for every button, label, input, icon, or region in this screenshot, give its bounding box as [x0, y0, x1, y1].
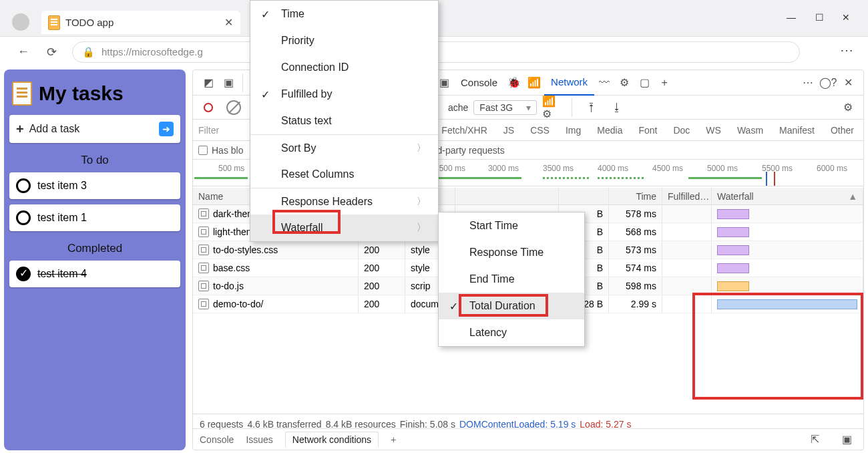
- filter-ws[interactable]: WS: [702, 124, 725, 136]
- record-icon[interactable]: [198, 98, 218, 118]
- window-maximize-icon[interactable]: ☐: [808, 12, 831, 29]
- task-item[interactable]: test item 3: [9, 172, 180, 199]
- app-pane: My tasks + Add a task ➜ To do test item …: [4, 69, 186, 450]
- lock-icon: 🔒: [82, 46, 95, 58]
- menu-time[interactable]: ✓Time: [250, 1, 438, 27]
- submit-icon[interactable]: ➜: [159, 122, 174, 136]
- drawer: Console Issues Network conditions + ⇱ ▣: [193, 428, 863, 450]
- task-item[interactable]: test item 1: [9, 204, 180, 231]
- tab-favicon: [48, 15, 60, 30]
- download-icon[interactable]: ⭳: [607, 98, 627, 118]
- filter-wasm[interactable]: Wasm: [733, 124, 767, 136]
- tab-title: TODO app: [65, 17, 223, 28]
- wifi-icon: 📶: [524, 73, 544, 93]
- filter-input[interactable]: Filter: [198, 125, 230, 136]
- device-icon[interactable]: ▣: [218, 73, 238, 93]
- col-size[interactable]: [559, 188, 609, 205]
- more-icon[interactable]: ⋯: [798, 73, 818, 93]
- drawer-add-icon[interactable]: +: [391, 434, 396, 445]
- network-settings-icon[interactable]: ⚙: [838, 98, 858, 118]
- filter-media[interactable]: Media: [593, 124, 626, 136]
- help-icon[interactable]: ◯?: [818, 73, 838, 93]
- submenu-response-time[interactable]: Response Time: [439, 239, 584, 266]
- settings-gear-icon[interactable]: ⚙: [614, 73, 634, 93]
- performance-icon[interactable]: 〰: [594, 73, 614, 93]
- filter-font[interactable]: Font: [634, 124, 661, 136]
- submenu-end-time[interactable]: End Time: [439, 266, 584, 293]
- header-context-menu[interactable]: ✓Time Priority Connection ID ✓Fulfilled …: [250, 0, 439, 242]
- waterfall-submenu[interactable]: Start Time Response Time End Time ✓Total…: [438, 212, 585, 347]
- submenu-start-time[interactable]: Start Time: [439, 212, 584, 239]
- profile-avatar[interactable]: [12, 13, 29, 31]
- checkbox-icon[interactable]: [16, 210, 31, 225]
- file-icon: [198, 299, 209, 309]
- cache-label: ache: [448, 102, 468, 113]
- menu-response-headers[interactable]: Response Headers〉: [250, 188, 438, 214]
- menu-priority[interactable]: Priority: [250, 27, 438, 54]
- file-icon: [198, 281, 209, 291]
- col-time[interactable]: Time: [609, 188, 662, 205]
- browser-menu-icon[interactable]: ⋯: [840, 42, 853, 58]
- filter-fetch[interactable]: Fetch/XHR: [437, 124, 491, 136]
- filter-manifest[interactable]: Manifest: [775, 124, 819, 136]
- file-icon: [198, 245, 209, 255]
- add-task-label: Add a task: [29, 123, 80, 135]
- drawer-console[interactable]: Console: [200, 434, 234, 445]
- col-fulfilled[interactable]: Fulfilled…: [662, 188, 712, 205]
- section-todo: To do: [9, 154, 180, 167]
- window-close-icon[interactable]: ✕: [835, 12, 857, 29]
- upload-icon[interactable]: ⭱: [582, 98, 602, 118]
- tab-close-icon[interactable]: ✕: [223, 16, 234, 29]
- menu-waterfall[interactable]: Waterfall〉: [250, 214, 438, 241]
- menu-reset-columns[interactable]: Reset Columns: [250, 161, 438, 188]
- window-minimize-icon[interactable]: —: [780, 12, 803, 29]
- app-icon[interactable]: ▢: [634, 73, 654, 93]
- menu-connection-id[interactable]: Connection ID: [250, 54, 438, 81]
- drawer-issues[interactable]: Issues: [246, 434, 272, 445]
- filter-js[interactable]: JS: [499, 124, 518, 136]
- bug-icon[interactable]: 🐞: [504, 73, 524, 93]
- checkbox-icon[interactable]: [16, 178, 31, 193]
- plus-icon: +: [16, 122, 24, 137]
- devtools-close-icon[interactable]: ✕: [838, 73, 858, 93]
- back-icon[interactable]: ←: [15, 43, 32, 61]
- drawer-netconditions[interactable]: Network conditions: [285, 432, 379, 447]
- drawer-expand-icon[interactable]: ⇱: [805, 430, 825, 450]
- file-icon: [198, 226, 209, 237]
- filter-img[interactable]: Img: [562, 124, 585, 136]
- menu-sort-by[interactable]: Sort By〉: [250, 134, 438, 161]
- throttle-select[interactable]: Fast 3G▾: [473, 100, 537, 115]
- filter-doc[interactable]: Doc: [669, 124, 694, 136]
- clear-icon[interactable]: [224, 98, 244, 118]
- drawer-dock-icon[interactable]: ▣: [837, 430, 857, 450]
- notes-icon: [12, 82, 32, 106]
- filter-other[interactable]: Other: [827, 124, 858, 136]
- checkbox-icon[interactable]: [198, 146, 208, 155]
- app-heading: My tasks: [12, 82, 178, 106]
- inspect-icon[interactable]: ◩: [198, 73, 218, 93]
- url-text: https://microsoftedge.g: [101, 46, 203, 57]
- menu-fulfilled-by[interactable]: ✓Fulfilled by: [250, 81, 438, 108]
- menu-status-text[interactable]: Status text: [250, 108, 438, 134]
- add-task-input[interactable]: + Add a task ➜: [9, 115, 180, 143]
- col-initiator[interactable]: [455, 188, 559, 205]
- has-blocked-label: Has blo: [212, 145, 243, 156]
- submenu-total-duration[interactable]: ✓Total Duration: [439, 293, 584, 319]
- tab-network[interactable]: Network: [544, 70, 594, 96]
- refresh-icon[interactable]: ⟳: [43, 43, 60, 61]
- checkbox-checked-icon[interactable]: [16, 267, 31, 281]
- file-icon: [198, 263, 209, 273]
- third-party-label: d-party requests: [437, 145, 504, 156]
- filter-css[interactable]: CSS: [526, 124, 554, 136]
- col-waterfall[interactable]: Waterfall▲: [712, 188, 863, 205]
- task-item-done[interactable]: test item 4: [9, 261, 180, 287]
- offline-wifi-icon[interactable]: 📶⚙: [542, 98, 562, 118]
- file-icon: [198, 208, 209, 219]
- add-tab-icon[interactable]: +: [654, 73, 674, 93]
- submenu-latency[interactable]: Latency: [439, 319, 584, 346]
- browser-tab[interactable]: TODO app ✕: [41, 11, 240, 34]
- tab-console[interactable]: Console: [454, 70, 504, 96]
- section-completed: Completed: [9, 242, 180, 255]
